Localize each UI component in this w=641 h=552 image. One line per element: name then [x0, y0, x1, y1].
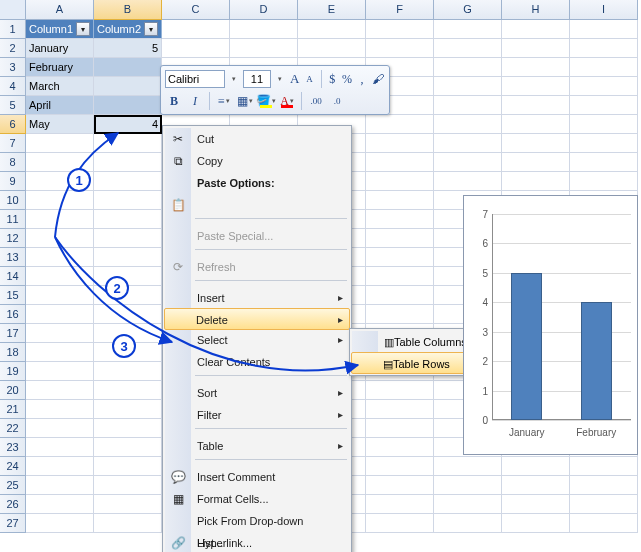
cell-B26[interactable] [94, 495, 162, 514]
row-header-26[interactable]: 26 [0, 495, 26, 514]
cell-A23[interactable] [26, 438, 94, 457]
row-header-19[interactable]: 19 [0, 362, 26, 381]
cell-B13[interactable] [94, 248, 162, 267]
cell-G8[interactable] [434, 153, 502, 172]
cell-I2[interactable] [570, 39, 638, 58]
cell-F23[interactable] [366, 438, 434, 457]
cell-F8[interactable] [366, 153, 434, 172]
cell-F24[interactable] [366, 457, 434, 476]
row-header-17[interactable]: 17 [0, 324, 26, 343]
col-header-C[interactable]: C [162, 0, 230, 20]
cell-B21[interactable] [94, 400, 162, 419]
table-cell-c2[interactable]: 4 [94, 115, 162, 134]
cell-B12[interactable] [94, 229, 162, 248]
cell-A10[interactable] [26, 191, 94, 210]
row-header-20[interactable]: 20 [0, 381, 26, 400]
cell-D1[interactable] [230, 20, 298, 39]
cell-G27[interactable] [434, 514, 502, 533]
row-header-16[interactable]: 16 [0, 305, 26, 324]
font-size-dropdown-icon[interactable] [274, 70, 286, 88]
cell-F13[interactable] [366, 248, 434, 267]
col-header-I[interactable]: I [570, 0, 638, 20]
table-cell-c2[interactable]: 5 [94, 39, 162, 58]
cell-G6[interactable] [434, 115, 502, 134]
menu-pick-from-list[interactable]: Pick From Drop-down List... [165, 510, 349, 532]
accounting-format-icon[interactable]: $ [326, 70, 338, 88]
col-header-H[interactable]: H [502, 0, 570, 20]
cell-G24[interactable] [434, 457, 502, 476]
row-header-3[interactable]: 3 [0, 58, 26, 77]
cell-A24[interactable] [26, 457, 94, 476]
cell-H3[interactable] [502, 58, 570, 77]
table-cell-c1[interactable]: February [26, 58, 94, 77]
increase-decimal-icon[interactable]: .00 [307, 92, 325, 110]
cell-I9[interactable] [570, 172, 638, 191]
cell-F25[interactable] [366, 476, 434, 495]
col-header-B[interactable]: B [94, 0, 162, 20]
cell-I1[interactable] [570, 20, 638, 39]
row-header-11[interactable]: 11 [0, 210, 26, 229]
cell-H4[interactable] [502, 77, 570, 96]
cell-E2[interactable] [298, 39, 366, 58]
embedded-chart[interactable]: 01234567JanuaryFebruary [463, 195, 638, 455]
row-header-10[interactable]: 10 [0, 191, 26, 210]
cell-B1[interactable]: Column2 [94, 20, 162, 39]
cell-H9[interactable] [502, 172, 570, 191]
menu-format-cells[interactable]: ▦Format Cells... [165, 488, 349, 510]
table-cell-c2[interactable] [94, 77, 162, 96]
menu-filter[interactable]: Filter [165, 404, 349, 426]
cell-B16[interactable] [94, 305, 162, 324]
italic-icon[interactable]: I [186, 92, 204, 110]
cell-I5[interactable] [570, 96, 638, 115]
cell-I3[interactable] [570, 58, 638, 77]
row-header-27[interactable]: 27 [0, 514, 26, 533]
menu-select[interactable]: Select [165, 329, 349, 351]
row-header-5[interactable]: 5 [0, 96, 26, 115]
cell-B8[interactable] [94, 153, 162, 172]
percent-format-icon[interactable]: % [341, 70, 353, 88]
table-cell-c2[interactable] [94, 96, 162, 115]
cell-A19[interactable] [26, 362, 94, 381]
cell-F16[interactable] [366, 305, 434, 324]
table-cell-c1[interactable]: January [26, 39, 94, 58]
cell-D2[interactable] [230, 39, 298, 58]
row-header-9[interactable]: 9 [0, 172, 26, 191]
cell-F26[interactable] [366, 495, 434, 514]
cell-A17[interactable] [26, 324, 94, 343]
cell-I26[interactable] [570, 495, 638, 514]
cell-A7[interactable] [26, 134, 94, 153]
cell-F6[interactable] [366, 115, 434, 134]
font-size-input[interactable] [243, 70, 271, 88]
cell-H2[interactable] [502, 39, 570, 58]
cell-G7[interactable] [434, 134, 502, 153]
cell-A22[interactable] [26, 419, 94, 438]
col-header-G[interactable]: G [434, 0, 502, 20]
table-cell-c2[interactable] [94, 58, 162, 77]
cell-A15[interactable] [26, 286, 94, 305]
border-icon[interactable]: ▦ [236, 92, 254, 110]
table-cell-c1[interactable]: April [26, 96, 94, 115]
cell-I6[interactable] [570, 115, 638, 134]
fill-color-icon[interactable]: 🪣 [257, 92, 275, 110]
cell-F7[interactable] [366, 134, 434, 153]
filter-dropdown-icon[interactable] [144, 22, 158, 36]
cell-H26[interactable] [502, 495, 570, 514]
cell-F12[interactable] [366, 229, 434, 248]
cell-G5[interactable] [434, 96, 502, 115]
cell-A25[interactable] [26, 476, 94, 495]
cell-G3[interactable] [434, 58, 502, 77]
cell-A27[interactable] [26, 514, 94, 533]
row-header-4[interactable]: 4 [0, 77, 26, 96]
cell-B19[interactable] [94, 362, 162, 381]
align-icon[interactable]: ≡ [215, 92, 233, 110]
row-header-7[interactable]: 7 [0, 134, 26, 153]
row-header-13[interactable]: 13 [0, 248, 26, 267]
cell-H5[interactable] [502, 96, 570, 115]
cell-I24[interactable] [570, 457, 638, 476]
cell-B27[interactable] [94, 514, 162, 533]
cell-F14[interactable] [366, 267, 434, 286]
menu-sort[interactable]: Sort [165, 382, 349, 404]
cell-F10[interactable] [366, 191, 434, 210]
row-header-1[interactable]: 1 [0, 20, 26, 39]
row-header-18[interactable]: 18 [0, 343, 26, 362]
